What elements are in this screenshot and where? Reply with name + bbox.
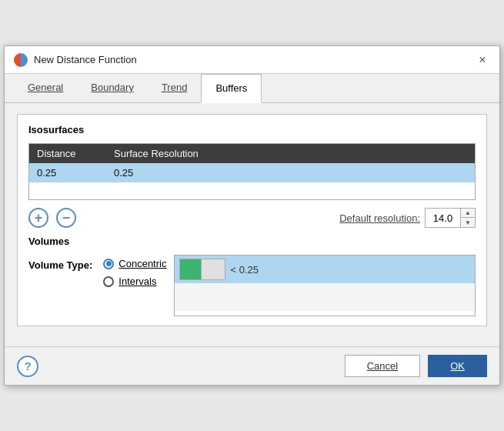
tab-boundary[interactable]: Boundary [77, 74, 148, 102]
isosurfaces-title: Isosurfaces [28, 124, 476, 135]
col-header-distance: Distance [29, 144, 106, 163]
tabs-bar: General Boundary Trend Buffers [5, 74, 499, 103]
radio-intervals[interactable]: Intervals [103, 276, 166, 287]
table-header: Distance Surface Resolution [29, 144, 475, 163]
radio-concentric-label: Concentric [118, 258, 166, 269]
radio-intervals-label: Intervals [118, 276, 156, 287]
table-actions-row: + − Default resolution: ▲ ▼ [28, 208, 476, 228]
radio-concentric-circle [103, 259, 114, 269]
radio-concentric[interactable]: Concentric [103, 258, 166, 269]
isosurfaces-table: Distance Surface Resolution 0.25 0.25 [28, 143, 476, 200]
radio-intervals-circle [103, 276, 114, 287]
dialog: New Distance Function × General Boundary… [4, 45, 500, 386]
app-icon [14, 53, 28, 67]
tab-buffers[interactable]: Buffers [201, 74, 262, 103]
default-resolution-label: Default resolution: [339, 212, 420, 224]
cell-distance: 0.25 [29, 163, 106, 182]
volumes-section: Volumes Volume Type: Concentric Interval… [28, 236, 476, 316]
radio-group: Concentric Intervals [103, 255, 166, 287]
volume-visualization: < 0.25 [174, 255, 476, 316]
viz-bar-fill [180, 259, 202, 279]
table-empty-row [29, 182, 475, 199]
main-panel: Isosurfaces Distance Surface Resolution … [17, 114, 487, 326]
footer-buttons: Cancel OK [345, 355, 487, 377]
spinner-down[interactable]: ▼ [461, 218, 475, 227]
volume-type-label: Volume Type: [28, 255, 92, 271]
ok-button[interactable]: OK [428, 355, 487, 377]
title-bar: New Distance Function × [5, 46, 499, 74]
title-bar-left: New Distance Function [14, 53, 137, 67]
viz-bar [179, 259, 225, 280]
tab-trend[interactable]: Trend [148, 74, 201, 102]
radio-concentric-dot [106, 261, 112, 266]
add-row-button[interactable]: + [28, 208, 48, 228]
viz-label: < 0.25 [230, 264, 259, 276]
tab-general[interactable]: General [14, 74, 77, 102]
viz-row-1: < 0.25 [175, 256, 475, 283]
footer: ? Cancel OK [5, 346, 499, 385]
remove-row-button[interactable]: − [56, 208, 76, 228]
cancel-button[interactable]: Cancel [345, 355, 420, 377]
cell-resolution: 0.25 [106, 163, 475, 182]
viz-empty-row [175, 283, 475, 311]
dialog-title: New Distance Function [34, 54, 137, 65]
volumes-row: Volume Type: Concentric Intervals [28, 255, 476, 316]
close-button[interactable]: × [475, 52, 490, 68]
volumes-title: Volumes [28, 236, 476, 247]
spinner-up[interactable]: ▲ [461, 209, 475, 218]
spinner-arrows: ▲ ▼ [460, 209, 475, 227]
table-row[interactable]: 0.25 0.25 [29, 163, 475, 182]
resolution-spinner[interactable]: ▲ ▼ [425, 208, 476, 228]
help-button[interactable]: ? [17, 356, 38, 377]
resolution-input[interactable] [426, 209, 460, 227]
content-area: Isosurfaces Distance Surface Resolution … [5, 103, 499, 346]
default-resolution-row: Default resolution: ▲ ▼ [339, 208, 476, 228]
col-header-resolution: Surface Resolution [106, 144, 475, 163]
